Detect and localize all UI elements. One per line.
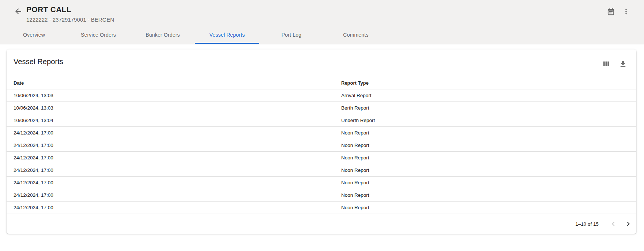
title-block: PORT CALL 1222222 - 23729179001 - BERGEN [26, 5, 114, 23]
view-columns-icon [602, 60, 610, 68]
calendar-icon [607, 8, 615, 16]
arrow-left-icon [14, 7, 23, 16]
more-menu-button[interactable] [621, 7, 631, 16]
column-settings-button[interactable] [601, 59, 611, 69]
cell-date: 24/12/2024, 17:00 [14, 192, 341, 198]
cell-report-type: Arrival Report [341, 93, 636, 98]
reports-table: Date Report Type 10/06/2024, 13:03Arriva… [7, 77, 636, 214]
cell-date: 10/06/2024, 13:03 [14, 105, 341, 111]
cell-report-type: Noon Report [341, 155, 636, 160]
cell-date: 10/06/2024, 13:03 [14, 93, 341, 98]
cell-report-type: Unberth Report [341, 118, 636, 123]
column-header-date[interactable]: Date [14, 80, 341, 86]
column-header-report-type[interactable]: Report Type [341, 80, 636, 86]
cell-report-type: Noon Report [341, 192, 636, 198]
next-page-button[interactable] [624, 219, 633, 228]
tab-port-log[interactable]: Port Log [259, 26, 324, 44]
table-row[interactable]: 24/12/2024, 17:00Noon Report [7, 127, 636, 139]
appbar-top-row: PORT CALL 1222222 - 23729179001 - BERGEN [0, 0, 644, 26]
table-row[interactable]: 24/12/2024, 17:00Noon Report [7, 139, 636, 152]
tab-bar: OverviewService OrdersBunker OrdersVesse… [0, 26, 644, 44]
tab-vessel-reports[interactable]: Vessel Reports [195, 26, 259, 44]
table-row[interactable]: 10/06/2024, 13:03Arrival Report [7, 89, 636, 102]
kebab-vertical-icon [622, 8, 630, 16]
table-row[interactable]: 10/06/2024, 13:03Berth Report [7, 102, 636, 114]
table-body: 10/06/2024, 13:03Arrival Report10/06/202… [7, 89, 636, 214]
page-title: PORT CALL [26, 5, 114, 14]
chevron-left-icon [609, 219, 618, 228]
cell-date: 24/12/2024, 17:00 [14, 143, 341, 148]
download-icon [619, 60, 627, 68]
cell-report-type: Noon Report [341, 180, 636, 185]
pagination-range-label: 1–10 of 15 [576, 221, 599, 227]
table-row[interactable]: 10/06/2024, 13:04Unberth Report [7, 114, 636, 127]
panel-title: Vessel Reports [14, 58, 63, 66]
tab-overview[interactable]: Overview [2, 26, 66, 44]
cell-report-type: Berth Report [341, 105, 636, 111]
cell-date: 24/12/2024, 17:00 [14, 205, 341, 210]
card-header-actions [601, 59, 628, 69]
card-header: Vessel Reports [7, 49, 636, 77]
back-button[interactable] [14, 7, 23, 16]
tab-comments[interactable]: Comments [324, 26, 388, 44]
table-header-row: Date Report Type [7, 77, 636, 89]
page-subtitle: 1222222 - 23729179001 - BERGEN [26, 16, 114, 23]
cell-report-type: Noon Report [341, 205, 636, 210]
tab-service-orders[interactable]: Service Orders [66, 26, 131, 44]
cell-date: 24/12/2024, 17:00 [14, 167, 341, 173]
pagination-bar: 1–10 of 15 [7, 214, 636, 234]
table-row[interactable]: 24/12/2024, 17:00Noon Report [7, 164, 636, 177]
cell-report-type: Noon Report [341, 167, 636, 173]
table-row[interactable]: 24/12/2024, 17:00Noon Report [7, 152, 636, 164]
table-row[interactable]: 24/12/2024, 17:00Noon Report [7, 189, 636, 202]
table-row[interactable]: 24/12/2024, 17:00Noon Report [7, 177, 636, 189]
cell-date: 10/06/2024, 13:04 [14, 118, 341, 123]
cell-date: 24/12/2024, 17:00 [14, 155, 341, 160]
cell-date: 24/12/2024, 17:00 [14, 180, 341, 185]
table-row[interactable]: 24/12/2024, 17:00Noon Report [7, 202, 636, 214]
vessel-reports-card: Vessel Reports Date Report Type 10/06/20… [7, 49, 636, 234]
cell-report-type: Noon Report [341, 130, 636, 136]
cell-date: 24/12/2024, 17:00 [14, 130, 341, 136]
previous-page-button[interactable] [609, 219, 618, 228]
cell-report-type: Noon Report [341, 143, 636, 148]
tab-bunker-orders[interactable]: Bunker Orders [131, 26, 195, 44]
appbar: PORT CALL 1222222 - 23729179001 - BERGEN… [0, 0, 644, 44]
calendar-button[interactable] [606, 7, 615, 16]
chevron-right-icon [624, 219, 633, 228]
download-button[interactable] [618, 59, 628, 69]
